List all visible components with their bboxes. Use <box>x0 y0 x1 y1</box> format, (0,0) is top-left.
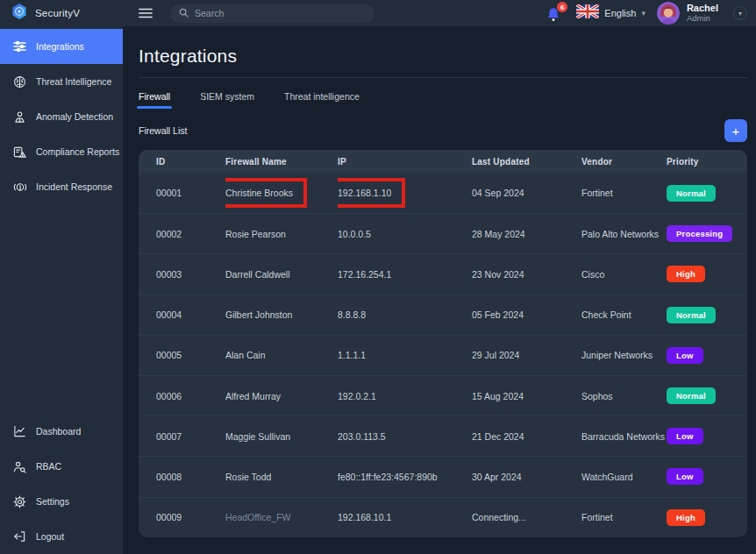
sidebar-footer: Dashboard RBAC <box>0 414 123 554</box>
cell-firewall-name: Alfred Murray <box>225 391 338 401</box>
column-header-priority: Priority <box>667 157 747 167</box>
table-row[interactable]: 00002Rosie Pearson10.0.0.528 May 2024Pal… <box>139 213 747 253</box>
cell-priority: Normal <box>667 387 747 404</box>
sidebar-item-label: Dashboard <box>36 426 81 437</box>
table-row[interactable]: 00009HeadOffice_FW192.168.10.1Connecting… <box>139 497 747 537</box>
add-firewall-button[interactable]: + <box>724 119 747 142</box>
search-input[interactable] <box>195 8 366 18</box>
main-panel: Integrations Firewall SIEM system Threat… <box>123 26 756 554</box>
column-header-vendor: Vendor <box>581 157 667 167</box>
table-row[interactable]: 00003Darrell Caldwell172.16.254.123 Nov … <box>139 253 747 294</box>
cell-last-updated: Connecting... <box>472 512 581 522</box>
priority-badge: Normal <box>667 387 716 404</box>
sidebar-item-dashboard[interactable]: Dashboard <box>0 414 123 449</box>
firewall-table: ID Firewall Name IP Last Updated Vendor … <box>139 150 747 537</box>
tab-firewall[interactable]: Firewall <box>139 86 170 109</box>
topbar: SecurityV 6 <box>0 0 756 26</box>
sidebar-item-label: Integrations <box>36 41 84 52</box>
tab-siem-system[interactable]: SIEM system <box>200 86 254 109</box>
cell-vendor: Juniper Networks <box>581 350 667 360</box>
cell-id: 00005 <box>156 350 225 360</box>
cell-vendor: Fortinet <box>581 188 667 198</box>
sidebar-item-rbac[interactable]: RBAC <box>0 449 123 484</box>
brand-logo-icon <box>11 3 28 24</box>
cell-ip: 1.1.1.1 <box>338 350 472 360</box>
column-header-ip: IP <box>338 157 472 167</box>
sidebar-item-label: RBAC <box>36 461 61 472</box>
cell-priority: Low <box>667 428 747 444</box>
column-header-last-updated: Last Updated <box>472 157 581 167</box>
cell-ip: fe80::1ff:fe23:4567:890b <box>338 472 472 482</box>
gear-icon <box>12 495 27 508</box>
table-row[interactable]: 00005Alan Cain1.1.1.129 Jul 2024Juniper … <box>139 335 747 375</box>
cell-id: 00004 <box>156 309 225 320</box>
cell-vendor: Fortinet <box>581 512 667 522</box>
cell-firewall-name: Darrell Caldwell <box>225 269 338 280</box>
avatar <box>657 2 680 25</box>
cell-id: 00002 <box>156 229 225 239</box>
cell-id: 00009 <box>156 512 225 522</box>
incident-alert-icon <box>12 181 27 194</box>
user-role: Admin <box>687 14 718 24</box>
table-row[interactable]: 00001Christine Brooks192.168.1.1004 Sep … <box>139 173 747 213</box>
table-body: 00001Christine Brooks192.168.1.1004 Sep … <box>139 173 747 537</box>
user-search-icon <box>12 460 27 473</box>
cell-priority: Normal <box>667 185 747 202</box>
priority-badge: Processing <box>667 225 732 242</box>
sidebar-item-compliance-reports[interactable]: Compliance Reports <box>0 134 123 169</box>
sidebar-item-settings[interactable]: Settings <box>0 484 123 519</box>
cell-firewall-name: Rosie Pearson <box>225 229 338 239</box>
cell-ip: 192.168.10.1 <box>338 512 472 522</box>
sidebar-item-integrations[interactable]: Integrations <box>0 29 123 64</box>
topbar-right: 6 English ▾ <box>546 2 756 25</box>
sidebar-item-logout[interactable]: Logout <box>0 519 123 554</box>
language-selector[interactable]: English ▾ <box>576 4 645 22</box>
priority-badge: High <box>667 509 705 526</box>
search-bar[interactable] <box>170 4 374 23</box>
cell-id: 00006 <box>156 391 225 401</box>
sidebar-item-label: Logout <box>36 531 64 542</box>
report-warning-icon <box>12 146 27 159</box>
sidebar-item-label: Threat Intelligence <box>36 76 111 87</box>
table-row[interactable]: 00008Rosie Toddfe80::1ff:fe23:4567:890b3… <box>139 456 747 496</box>
cell-vendor: Palo Alto Networks <box>581 229 667 239</box>
tab-threat-intelligence[interactable]: Threat intelligence <box>284 86 360 109</box>
priority-badge: Normal <box>667 185 716 202</box>
section-header: Firewall List + <box>139 119 747 142</box>
table-row[interactable]: 00004Gilbert Johnston8.8.8.805 Feb 2024C… <box>139 295 747 335</box>
person-alert-icon <box>12 110 27 124</box>
user-menu-chevron-icon[interactable]: ▾ <box>733 6 747 20</box>
cell-ip: 192.0.2.1 <box>338 391 472 401</box>
table-row[interactable]: 00007Maggie Sullivan203.0.113.521 Dec 20… <box>139 416 747 456</box>
cell-id: 00003 <box>156 269 225 280</box>
cell-vendor: Sophos <box>581 391 667 401</box>
table-row[interactable]: 00006Alfred Murray192.0.2.115 Aug 2024So… <box>139 375 747 416</box>
cell-priority: High <box>667 266 747 282</box>
cell-firewall-name: Rosie Todd <box>225 472 338 482</box>
cell-last-updated: 21 Dec 2024 <box>472 431 581 442</box>
dashboard-chart-icon <box>12 425 27 437</box>
cell-last-updated: 04 Sep 2024 <box>472 188 581 198</box>
column-header-firewall-name: Firewall Name <box>225 157 338 167</box>
annotation-red-box: Christine Brooks <box>225 178 307 208</box>
menu-toggle-icon[interactable] <box>139 8 153 18</box>
sidebar-item-incident-response[interactable]: Incident Response <box>0 169 123 204</box>
cell-ip: 203.0.113.5 <box>338 431 472 442</box>
cell-vendor: Barracuda Networks <box>581 431 667 442</box>
cell-firewall-name: Gilbert Johnston <box>225 309 338 320</box>
sidebar-item-anomaly-detection[interactable]: Anomaly Detection <box>0 99 123 134</box>
cell-last-updated: 23 Nov 2024 <box>472 269 581 280</box>
sidebar-item-label: Anomaly Detection <box>36 111 113 122</box>
user-menu[interactable]: Rachel Admin <box>657 2 718 25</box>
notifications-button[interactable]: 6 <box>546 4 565 23</box>
cell-firewall-name: Maggie Sullivan <box>225 431 338 442</box>
sidebar-item-threat-intelligence[interactable]: Threat Intelligence <box>0 64 123 99</box>
cell-id: 00001 <box>156 188 225 198</box>
cell-priority: High <box>667 509 747 526</box>
brand: SecurityV <box>0 3 123 24</box>
sidebar: Integrations Threat Intelligence <box>0 26 123 554</box>
language-label: English <box>604 8 636 18</box>
cell-priority: Low <box>667 468 747 485</box>
priority-badge: Low <box>667 468 703 485</box>
cell-firewall-name: HeadOffice_FW <box>225 512 338 522</box>
